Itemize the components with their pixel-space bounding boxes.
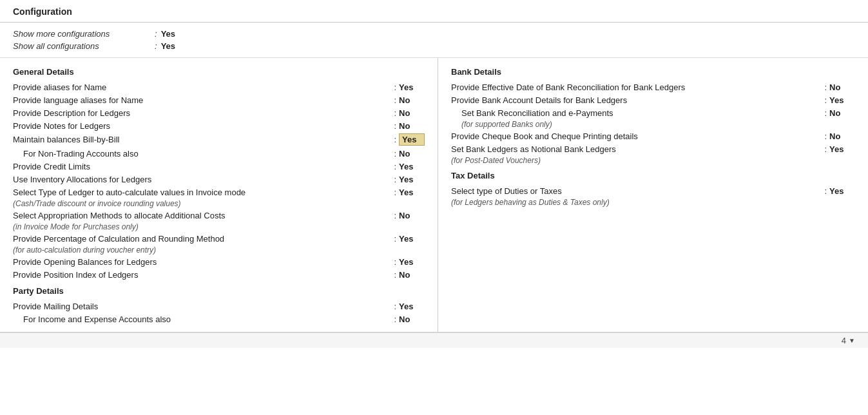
field-maintain-balances-label: Maintain balances Bill-by-Bill	[13, 135, 391, 144]
field-duties-taxes-colon: :	[824, 186, 827, 196]
field-maintain-balances-colon: :	[394, 135, 396, 144]
field-notional-bank-label: Set Bank Ledgers as Notional Bank Ledger…	[451, 144, 822, 154]
field-cheque-book: Provide Cheque Book and Cheque Printing …	[451, 130, 855, 142]
field-effective-date-bank-label: Provide Effective Date of Bank Reconcili…	[451, 82, 822, 92]
general-details-title: General Details	[13, 67, 425, 77]
field-description-ledgers: Provide Description for Ledgers : No	[13, 106, 425, 119]
field-bank-reconciliation-epayments-colon: :	[824, 108, 827, 118]
field-income-expense-value: No	[399, 314, 425, 324]
field-non-trading-label: For Non-Trading Accounts also	[13, 149, 391, 159]
page: Configuration Show more configurations :…	[0, 0, 868, 415]
field-percentage-calc-label: Provide Percentage of Calculation and Ro…	[13, 234, 391, 244]
field-notes-ledgers: Provide Notes for Ledgers : No	[13, 119, 425, 132]
show-more-configs-value: Yes	[161, 29, 175, 39]
field-mailing-details-colon: :	[394, 302, 396, 311]
field-duties-taxes-label: Select type of Duties or Taxes	[451, 186, 822, 196]
note-supported-banks: (for supported Banks only)	[451, 119, 855, 130]
field-percentage-calc-colon: :	[394, 234, 396, 244]
page-indicator: 4 ▼	[842, 336, 855, 345]
field-duties-taxes: Select type of Duties or Taxes : Yes	[451, 184, 855, 197]
page-title: Configuration	[13, 6, 855, 17]
field-notional-bank-colon: :	[824, 144, 827, 154]
field-inventory-allocations: Use Inventory Allocations for Ledgers : …	[13, 173, 425, 186]
field-aliases-name-label: Provide aliases for Name	[13, 82, 391, 92]
note-duties-taxes: (for Ledgers behaving as Duties & Taxes …	[451, 197, 855, 208]
field-appropriation-methods-colon: :	[394, 211, 396, 220]
field-select-type-ledger-value: Yes	[399, 188, 425, 197]
field-inventory-allocations-colon: :	[394, 175, 396, 184]
field-lang-aliases-label: Provide language aliases for Name	[13, 95, 391, 105]
party-details-title: Party Details	[13, 286, 425, 296]
field-bank-reconciliation-epayments: Set Bank Reconciliation and e-Payments :…	[451, 106, 855, 119]
field-lang-aliases: Provide language aliases for Name : No	[13, 93, 425, 106]
field-opening-balances: Provide Opening Balances for Ledgers : Y…	[13, 255, 425, 268]
field-bank-account-details: Provide Bank Account Details for Bank Le…	[451, 93, 855, 106]
field-appropriation-methods: Select Appropriation Methods to allocate…	[13, 209, 425, 222]
field-inventory-allocations-label: Use Inventory Allocations for Ledgers	[13, 175, 391, 184]
field-bank-reconciliation-epayments-value: No	[829, 108, 855, 118]
field-position-index-label: Provide Position Index of Ledgers	[13, 270, 391, 280]
field-aliases-name: Provide aliases for Name : Yes	[13, 81, 425, 93]
field-bank-reconciliation-epayments-label: Set Bank Reconciliation and e-Payments	[451, 108, 822, 118]
field-lang-aliases-colon: :	[394, 95, 396, 105]
field-bank-account-details-value: Yes	[829, 95, 855, 105]
field-credit-limits: Provide Credit Limits : Yes	[13, 160, 425, 173]
field-non-trading-colon: :	[394, 149, 396, 159]
field-non-trading: For Non-Trading Accounts also : No	[13, 147, 425, 160]
show-all-configs-row: Show all configurations : Yes	[13, 40, 855, 52]
field-description-ledgers-value: No	[399, 108, 425, 118]
right-panel: Bank Details Provide Effective Date of B…	[438, 58, 868, 332]
show-all-configs-value: Yes	[161, 41, 175, 51]
field-maintain-balances-value[interactable]: Yes	[399, 133, 425, 146]
field-description-ledgers-colon: :	[394, 108, 396, 118]
field-income-expense-colon: :	[394, 314, 396, 324]
note-auto-calculation: (for auto-calculation during voucher ent…	[13, 245, 425, 255]
field-notes-ledgers-value: No	[399, 121, 425, 131]
field-non-trading-value: No	[399, 149, 425, 159]
field-position-index-colon: :	[394, 270, 396, 280]
field-select-type-ledger: Select Type of Ledger to auto-calculate …	[13, 186, 425, 198]
show-more-configs-colon: :	[155, 29, 157, 39]
config-header: Configuration	[0, 0, 868, 23]
field-percentage-calc: Provide Percentage of Calculation and Ro…	[13, 232, 425, 245]
field-select-type-ledger-label: Select Type of Ledger to auto-calculate …	[13, 188, 391, 197]
field-credit-limits-label: Provide Credit Limits	[13, 162, 391, 171]
note-cash-trade: (Cash/Trade discount or invoice rounding…	[13, 198, 425, 209]
show-all-configs-label: Show all configurations	[13, 41, 155, 51]
page-number: 4	[842, 336, 846, 345]
field-effective-date-bank-colon: :	[824, 82, 827, 92]
field-effective-date-bank-value: No	[829, 82, 855, 92]
field-select-type-ledger-colon: :	[394, 188, 396, 197]
field-bank-account-details-colon: :	[824, 95, 827, 105]
page-arrow-down-icon: ▼	[849, 337, 855, 344]
field-percentage-calc-value: Yes	[399, 234, 425, 244]
note-post-dated: (for Post-Dated Vouchers)	[451, 155, 855, 166]
left-panel: General Details Provide aliases for Name…	[0, 58, 438, 332]
field-appropriation-methods-label: Select Appropriation Methods to allocate…	[13, 211, 391, 220]
field-credit-limits-value: Yes	[399, 162, 425, 171]
bank-details-title: Bank Details	[451, 67, 855, 77]
field-description-ledgers-label: Provide Description for Ledgers	[13, 108, 391, 118]
field-duties-taxes-value: Yes	[829, 186, 855, 196]
field-position-index-value: No	[399, 270, 425, 280]
note-invoice-mode: (in Invoice Mode for Purchases only)	[13, 222, 425, 232]
field-aliases-name-colon: :	[394, 82, 396, 92]
field-mailing-details-label: Provide Mailing Details	[13, 302, 391, 311]
tax-details-title: Tax Details	[451, 171, 855, 180]
field-aliases-name-value: Yes	[399, 82, 425, 92]
field-position-index: Provide Position Index of Ledgers : No	[13, 268, 425, 281]
show-configs-section: Show more configurations : Yes Show all …	[0, 23, 868, 58]
show-more-configs-row: Show more configurations : Yes	[13, 28, 855, 40]
field-notes-ledgers-colon: :	[394, 121, 396, 131]
field-appropriation-methods-value: No	[399, 211, 425, 220]
field-opening-balances-colon: :	[394, 257, 396, 267]
field-opening-balances-label: Provide Opening Balances for Ledgers	[13, 257, 391, 267]
field-mailing-details: Provide Mailing Details : Yes	[13, 300, 425, 313]
field-credit-limits-colon: :	[394, 162, 396, 171]
field-bank-account-details-label: Provide Bank Account Details for Bank Le…	[451, 95, 822, 105]
field-inventory-allocations-value: Yes	[399, 175, 425, 184]
field-cheque-book-label: Provide Cheque Book and Cheque Printing …	[451, 131, 822, 141]
field-cheque-book-colon: :	[824, 131, 827, 141]
main-content: General Details Provide aliases for Name…	[0, 58, 868, 333]
field-notional-bank-value: Yes	[829, 144, 855, 154]
